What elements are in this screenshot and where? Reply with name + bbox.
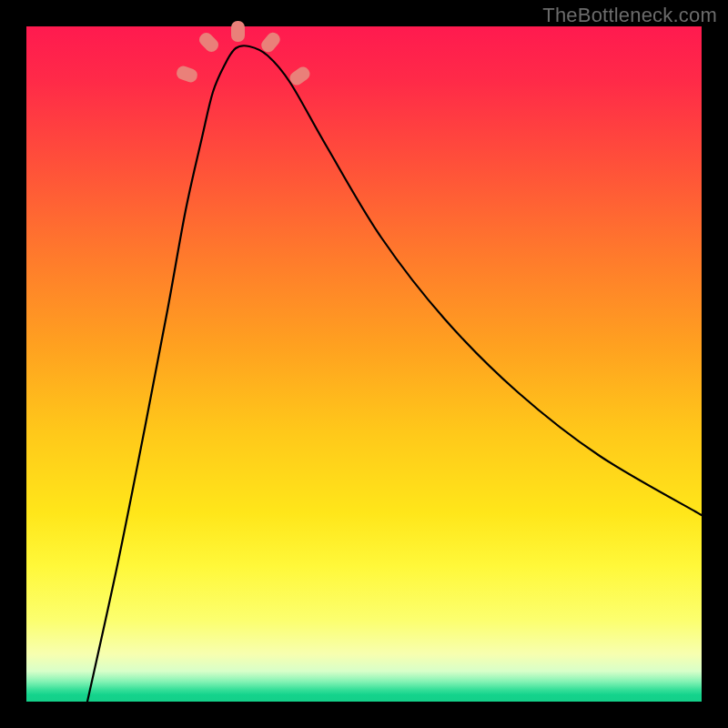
chart-frame: TheBottleneck.com [0,0,728,728]
plot-area [26,26,702,702]
watermark-text: TheBottleneck.com [542,4,717,27]
bottleneck-curve [26,26,702,702]
